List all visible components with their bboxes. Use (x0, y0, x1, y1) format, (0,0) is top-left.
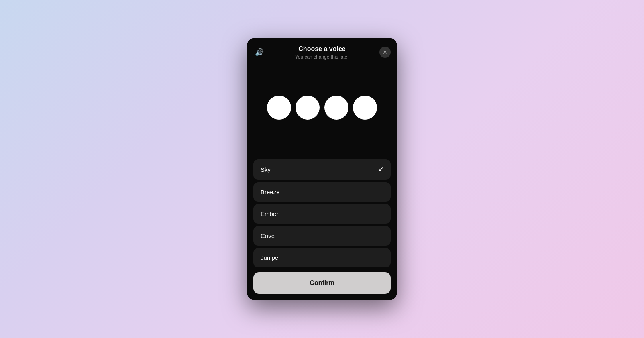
dialog-title: Choose a voice (295, 45, 349, 53)
check-icon-sky: ✓ (378, 166, 383, 173)
close-icon: ✕ (383, 49, 387, 55)
close-button[interactable]: ✕ (379, 47, 391, 58)
voice-circle-4 (353, 96, 377, 120)
voice-circle-3 (324, 96, 348, 120)
voice-list: Sky ✓ Breeze Ember Cove Juniper (247, 159, 397, 267)
voice-item-breeze[interactable]: Breeze (253, 182, 391, 202)
voice-item-cove[interactable]: Cove (253, 226, 391, 246)
voice-circle-1 (267, 96, 291, 120)
voice-item-ember[interactable]: Ember (253, 204, 391, 224)
voice-name-breeze: Breeze (261, 189, 280, 195)
dialog-subtitle: You can change this later (295, 54, 349, 60)
dialog-header: 🔊 Choose a voice You can change this lat… (247, 38, 397, 64)
voice-name-cove: Cove (261, 232, 275, 239)
speaker-icon: 🔊 (255, 48, 264, 57)
voice-name-juniper: Juniper (261, 254, 280, 261)
voice-name-ember: Ember (261, 210, 278, 217)
header-text: Choose a voice You can change this later (295, 45, 349, 60)
voice-name-sky: Sky (261, 166, 271, 173)
voice-item-sky[interactable]: Sky ✓ (253, 159, 391, 180)
voice-item-juniper[interactable]: Juniper (253, 248, 391, 267)
voice-circle-2 (296, 96, 320, 120)
choose-voice-dialog: 🔊 Choose a voice You can change this lat… (247, 38, 397, 300)
waveform-area (247, 64, 397, 159)
confirm-button[interactable]: Confirm (253, 272, 391, 294)
